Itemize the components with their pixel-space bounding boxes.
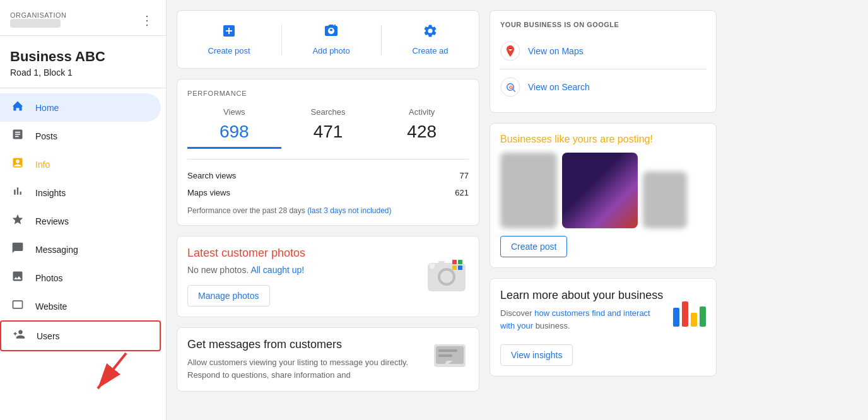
perf-note-text: Performance over the past 28 days [187,206,305,215]
svg-rect-15 [438,354,452,357]
latest-photos-subtitle-link[interactable]: All caught up! [250,265,304,275]
biz-preview-row [500,153,706,228]
sidebar-item-home-label: Home [35,103,59,113]
org-label: ORGANISATION [10,11,67,19]
learn-more-desc-plain: Discover [500,308,534,318]
businesses-posting-plain: are posting! [600,134,653,144]
create-ad-label: Create ad [412,46,448,55]
perf-row-maps-value: 621 [455,188,469,197]
latest-photos-title: Latest customer photos [187,247,305,260]
business-info: Business ABC Road 1, Block 1 [0,36,166,88]
chart-bar-3 [691,313,697,327]
metric-searches-label: Searches [281,107,375,117]
perf-row-search: Search views 77 [187,167,469,184]
main-content: Create post Add photo Create ad PERFORMA… [167,0,868,420]
manage-photos-button[interactable]: Manage photos [187,285,270,306]
biz-preview-main [562,153,638,228]
sidebar-item-insights[interactable]: Insights [0,178,161,207]
create-post-button[interactable]: Create post [197,18,260,61]
learn-more-chart [673,289,706,327]
sidebar-item-info[interactable]: Info [0,150,161,178]
home-icon [10,100,25,115]
posts-icon [10,128,25,144]
performance-label: PERFORMANCE [187,90,469,97]
photos-icon [10,270,25,286]
sidebar-item-reviews[interactable]: Reviews [0,207,161,235]
create-post-icon [221,23,237,42]
svg-rect-7 [452,260,457,264]
maps-icon [500,41,520,61]
camera-icon [425,254,469,298]
biz-preview-left [500,153,557,228]
perf-row-maps-label: Maps views [187,188,230,197]
create-ad-button[interactable]: Create ad [402,18,458,61]
on-google-divider [500,69,706,69]
sidebar-item-website[interactable]: Website [0,292,161,320]
learn-more-desc: Discover how customers find and interact… [500,307,666,332]
org-info: ORGANISATION [10,11,67,30]
latest-photos-subtitle: No new photos. All caught up! [187,265,305,275]
add-photo-button[interactable]: Add photo [302,18,360,61]
metric-views-label: Views [187,107,281,117]
on-google-label: YOUR BUSINESS IS ON GOOGLE [500,21,706,28]
on-google-card: YOUR BUSINESS IS ON GOOGLE View on Maps [490,10,717,113]
messaging-icon [10,242,25,257]
metric-activity-value: 428 [375,122,469,142]
latest-photos-title-accent: L [187,247,194,259]
website-icon [10,298,25,314]
performance-rows: Search views 77 Maps views 621 Performan… [187,159,469,215]
biz-preview-right [643,172,687,228]
view-on-search-label: View on Search [528,82,590,92]
svg-rect-5 [438,261,445,265]
perf-note: Performance over the past 28 days (last … [187,206,469,215]
svg-rect-14 [438,349,457,352]
sidebar-item-users-label: Users [37,331,60,341]
performance-card: PERFORMANCE Views 698 Searches 471 Activ… [177,79,479,226]
sidebar-item-users[interactable]: Users [0,320,161,351]
org-name-blurred [10,19,61,28]
metric-views-value: 698 [187,122,281,149]
svg-rect-6 [430,264,435,269]
chart-bar-4 [700,306,706,327]
action-buttons-card: Create post Add photo Create ad [177,10,479,69]
create-post-biz-button[interactable]: Create post [500,236,567,257]
sidebar-item-posts[interactable]: Posts [0,122,161,150]
latest-photos-subtitle-plain: No new photos. [187,265,250,275]
sidebar-header: ORGANISATION ⋮ [0,0,166,36]
metric-searches[interactable]: Searches 471 [281,107,375,149]
sidebar-item-website-label: Website [35,301,67,312]
perf-row-maps: Maps views 621 [187,184,469,201]
sidebar-item-home[interactable]: Home [0,93,161,122]
sidebar-item-posts-label: Posts [35,131,57,141]
view-on-maps-link[interactable]: View on Maps [500,36,706,66]
sidebar: ORGANISATION ⋮ Business ABC Road 1, Bloc… [0,0,167,420]
messages-card-title: Get messages from customers [187,338,421,351]
learn-more-title: Learn more about your business [500,289,666,302]
create-ad-icon [423,23,438,42]
google-search-icon: G [500,77,520,97]
view-insights-button[interactable]: View insights [500,344,573,366]
create-post-label: Create post [208,46,250,55]
nav-list: Home Posts Info Insights Reviews [0,88,166,420]
insights-icon [10,185,25,201]
businesses-posting-title: Businesses like yours are posting! [500,134,706,145]
action-divider-1 [281,25,282,55]
sidebar-item-insights-label: Insights [35,188,66,198]
performance-metrics: Views 698 Searches 471 Activity 428 [187,107,469,149]
sidebar-item-messaging[interactable]: Messaging [0,235,161,264]
latest-photos-title-plain: atest customer photos [194,247,305,259]
svg-point-4 [440,271,453,283]
chart-bar-2 [682,301,688,327]
metric-activity[interactable]: Activity 428 [375,107,469,149]
perf-note-link[interactable]: (last 3 days not included) [307,206,391,215]
view-on-search-link[interactable]: G View on Search [500,72,706,102]
view-on-maps-label: View on Maps [528,46,584,56]
add-photo-icon [324,23,339,42]
businesses-posting-card: Businesses like yours are posting! Creat… [490,123,717,268]
sidebar-item-messaging-label: Messaging [35,245,78,255]
metric-views[interactable]: Views 698 [187,107,281,149]
sidebar-item-photos[interactable]: Photos [0,264,161,292]
metric-searches-value: 471 [281,122,375,142]
more-options-button[interactable]: ⋮ [138,10,156,30]
sidebar-item-photos-label: Photos [35,273,63,283]
